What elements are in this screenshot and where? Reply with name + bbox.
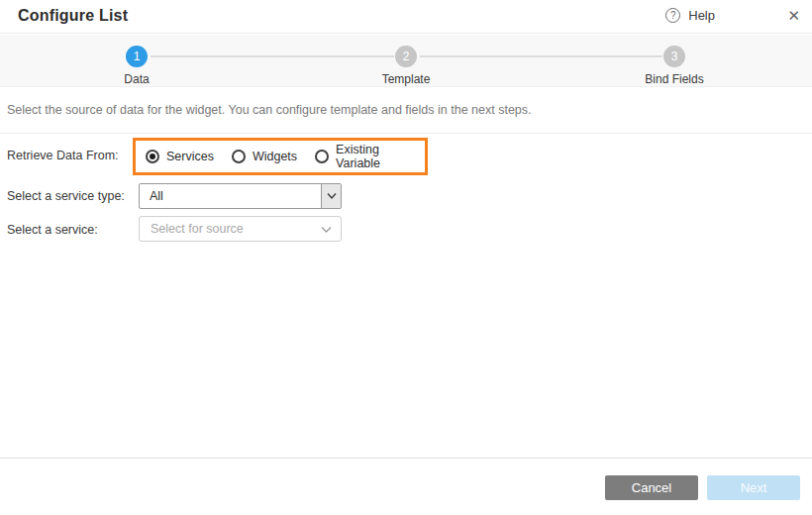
retrieve-data-radio-group-highlight: Services Widgets Existing Variable [133,138,428,175]
radio-services[interactable]: Services [146,150,214,163]
help-button[interactable]: ? Help [665,8,715,23]
chevron-down-icon [321,226,332,234]
radio-existing-variable-control[interactable] [315,150,329,163]
service-type-selected-value: All [150,189,163,203]
step-connector-1-2 [151,55,394,57]
service-type-dropdown-arrow-icon[interactable] [321,184,341,208]
cancel-button[interactable]: Cancel [605,475,698,500]
next-button[interactable]: Next [707,475,800,500]
step-1-circle: 1 [126,46,148,67]
step-2-label: Template [347,72,465,86]
page-title: Configure List [18,7,128,25]
description-text: Select the source of data for the widget… [7,103,532,117]
radio-services-control[interactable] [146,150,159,163]
retrieve-data-from-label: Retrieve Data From: [7,149,119,162]
radio-existing-variable-label: Existing Variable [336,143,425,170]
service-select-placeholder: Select for source [151,222,244,236]
description-band: Select the source of data for the widget… [0,87,812,134]
help-icon: ? [665,8,680,23]
wizard-stepper: 1 Data 2 Template 3 Bind Fields [0,35,812,87]
service-label: Select a service: [7,223,98,237]
footer-divider [0,458,812,459]
service-select[interactable]: Select for source [139,216,342,242]
dialog-header: Configure List ? Help ✕ [0,0,812,34]
radio-widgets[interactable]: Widgets [232,150,297,163]
service-type-label: Select a service type: [7,189,125,203]
radio-widgets-control[interactable] [232,150,246,163]
radio-widgets-label: Widgets [253,150,297,163]
configure-list-dialog: Configure List ? Help ✕ 1 Data 2 Templat… [0,0,812,515]
step-3-circle: 3 [663,46,685,67]
radio-services-label: Services [166,150,214,163]
help-label: Help [688,8,715,23]
radio-existing-variable[interactable]: Existing Variable [315,143,425,170]
service-type-select[interactable]: All [139,183,342,209]
step-1-label: Data [77,72,196,86]
step-2-circle: 2 [395,46,417,67]
step-3-label: Bind Fields [615,72,734,86]
step-connector-2-3 [420,55,662,57]
close-icon[interactable]: ✕ [787,6,800,26]
